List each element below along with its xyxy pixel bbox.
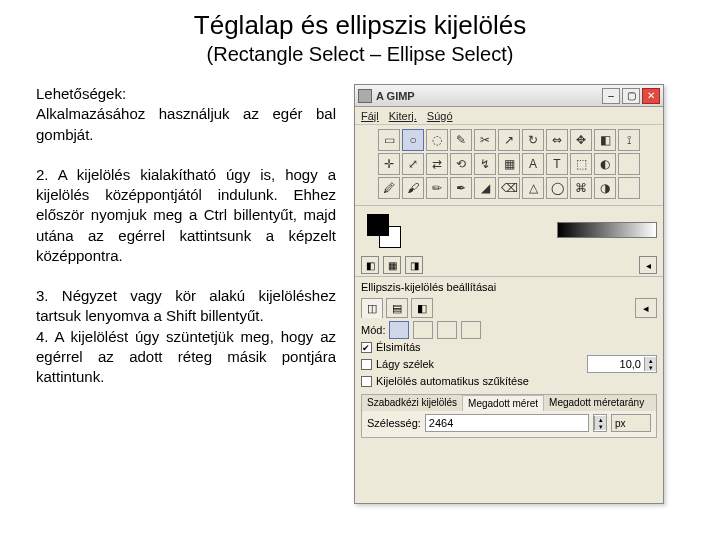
tool-free-select[interactable]: ◌ — [426, 129, 448, 151]
tool-airbrush[interactable]: ◢ — [474, 177, 496, 199]
grad-btn[interactable]: ◨ — [405, 256, 423, 274]
szk-tab-aspect[interactable]: Megadott méretarány — [544, 395, 649, 411]
autoshrink-label: Kijelölés automatikus szűkítése — [376, 375, 529, 387]
tool-align[interactable]: ⟟ — [618, 129, 640, 151]
tool-zoom[interactable]: ⇔ — [546, 129, 568, 151]
tool-scale[interactable]: ⇄ — [426, 153, 448, 175]
menubar[interactable]: Fájl Kiterj. Súgó — [355, 107, 663, 125]
tool-move[interactable]: ◧ — [594, 129, 616, 151]
tool-perspective[interactable]: ↯ — [474, 153, 496, 175]
mode-replace[interactable] — [389, 321, 409, 339]
app-icon — [358, 89, 372, 103]
tool-blur[interactable]: ◯ — [546, 177, 568, 199]
feather-checkbox[interactable] — [361, 359, 372, 370]
size-panel: Szabadkézi kijelölés Megadott méret Mega… — [361, 394, 657, 438]
tool-options-title: Ellipszis-kijelölés beállításai — [355, 276, 663, 295]
tool-eraser[interactable]: ⌫ — [498, 177, 520, 199]
text-p3: 3. Négyzet vagy kör alakú kijelöléshez t… — [36, 286, 336, 327]
tool-clone[interactable]: △ — [522, 177, 544, 199]
szk-tab-fixed[interactable]: Megadott méret — [462, 395, 544, 411]
tool-color-picker[interactable]: ↻ — [522, 129, 544, 151]
tool-measure[interactable]: ✥ — [570, 129, 592, 151]
tool-bucket[interactable]: T — [546, 153, 568, 175]
text-p2: 2. A kijelölés kialakítható úgy is, hogy… — [36, 165, 336, 266]
tool-shear[interactable]: ⟲ — [450, 153, 472, 175]
tool-21[interactable] — [618, 153, 640, 175]
text-p4: 4. A kijelölést úgy szüntetjük meg, hogy… — [36, 327, 336, 388]
text-p1: Alkalmazásához használjuk az egér bal go… — [36, 104, 336, 145]
menu-arrow-icon[interactable]: ◂ — [639, 256, 657, 274]
page-subtitle: (Rectangle Select – Ellipse Select) — [0, 43, 720, 66]
feather-spin[interactable]: 10,0 ▴▾ — [587, 355, 657, 373]
opt-tab-menu-icon[interactable]: ◂ — [635, 298, 657, 318]
toolbox: ▭ ○ ◌ ✎ ✂ ↗ ↻ ⇔ ✥ ◧ ⟟ ✛ ⤢ ⇄ ⟲ ↯ ▦ A T ⬚ … — [355, 125, 663, 206]
width-label: Szélesség: — [367, 417, 421, 429]
tool-flip[interactable]: ▦ — [498, 153, 520, 175]
pattern-btn[interactable]: ▦ — [383, 256, 401, 274]
text-column: Lehetőségek: Alkalmazásához használjuk a… — [36, 84, 336, 504]
opt-tab-3[interactable]: ◧ — [411, 298, 433, 318]
text-lehet: Lehetőségek: — [36, 84, 336, 104]
autoshrink-checkbox[interactable] — [361, 376, 372, 387]
tool-pencil2[interactable]: ✏ — [426, 177, 448, 199]
tool-ink[interactable]: ✒ — [450, 177, 472, 199]
mode-intersect[interactable] — [461, 321, 481, 339]
tool-paint[interactable]: 🖉 — [378, 177, 400, 199]
tool-crop[interactable]: ✛ — [378, 153, 400, 175]
tool-rect-select[interactable]: ▭ — [378, 129, 400, 151]
mode-label: Mód: — [361, 324, 385, 336]
fg-color[interactable] — [367, 214, 389, 236]
feather-label: Lágy szélek — [376, 358, 434, 370]
tool-blend[interactable]: ⬚ — [570, 153, 592, 175]
tool-32[interactable] — [618, 177, 640, 199]
tool-pencil[interactable]: ◐ — [594, 153, 616, 175]
antialias-checkbox[interactable] — [361, 342, 372, 353]
tool-rotate[interactable]: ⤢ — [402, 153, 424, 175]
tool-scissors[interactable]: ✂ — [474, 129, 496, 151]
menu-file[interactable]: Fájl — [361, 110, 379, 122]
opt-tab-1[interactable]: ◫ — [361, 298, 383, 318]
tool-fuzzy-select[interactable]: ✎ — [450, 129, 472, 151]
tool-smudge[interactable]: ⌘ — [570, 177, 592, 199]
tool-brush[interactable]: 🖌 — [402, 177, 424, 199]
color-selector[interactable] — [361, 208, 405, 252]
titlebar[interactable]: A GIMP – ▢ ✕ — [355, 85, 663, 107]
window-title: A GIMP — [376, 90, 602, 102]
mode-subtract[interactable] — [437, 321, 457, 339]
page-title: Téglalap és ellipszis kijelölés — [0, 10, 720, 41]
close-button[interactable]: ✕ — [642, 88, 660, 104]
tool-ellipse-select[interactable]: ○ — [402, 129, 424, 151]
width-spin[interactable]: ▴▾ — [593, 414, 607, 432]
unit-combo[interactable]: px — [611, 414, 651, 432]
mode-add[interactable] — [413, 321, 433, 339]
tool-paths[interactable]: ↗ — [498, 129, 520, 151]
menu-help[interactable]: Súgó — [427, 110, 453, 122]
minimize-button[interactable]: – — [602, 88, 620, 104]
width-field[interactable]: 2464 — [425, 414, 589, 432]
gimp-window: A GIMP – ▢ ✕ Fájl Kiterj. Súgó ▭ ○ ◌ ✎ ✂… — [354, 84, 664, 504]
gradient-preview[interactable] — [557, 222, 657, 238]
tool-dodge[interactable]: ◑ — [594, 177, 616, 199]
tool-text[interactable]: A — [522, 153, 544, 175]
maximize-button[interactable]: ▢ — [622, 88, 640, 104]
menu-xtns[interactable]: Kiterj. — [389, 110, 417, 122]
opt-tab-2[interactable]: ▤ — [386, 298, 408, 318]
brush-btn[interactable]: ◧ — [361, 256, 379, 274]
szk-tab-free[interactable]: Szabadkézi kijelölés — [362, 395, 462, 411]
antialias-label: Élsimítás — [376, 341, 421, 353]
